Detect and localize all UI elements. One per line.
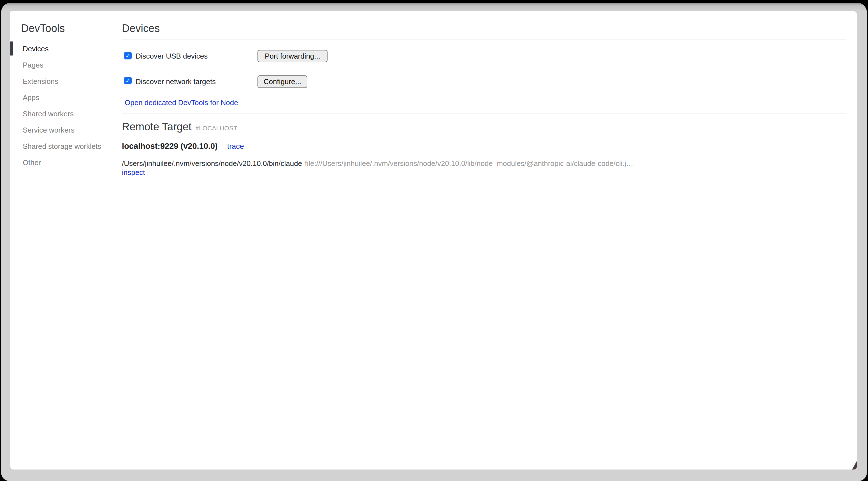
- discover-usb-checkbox[interactable]: ✓: [124, 52, 132, 59]
- target-name: localhost:9229 (v20.10.0): [122, 142, 218, 151]
- window-frame: DevTools Devices Pages Extensions Apps S…: [1, 3, 867, 481]
- target-process-path: /Users/jinhuilee/.nvm/versions/node/v20.…: [122, 159, 302, 168]
- sidebar-item-apps[interactable]: Apps: [23, 89, 101, 106]
- devices-heading: Devices: [122, 23, 160, 34]
- remote-target-title: Remote Target: [122, 121, 192, 132]
- sidebar-item-service-workers[interactable]: Service workers: [23, 122, 101, 138]
- sidebar-item-pages[interactable]: Pages: [23, 57, 101, 73]
- section-divider: [122, 39, 846, 40]
- port-forwarding-button[interactable]: Port forwarding...: [257, 50, 328, 62]
- discover-usb-label: Discover USB devices: [135, 52, 208, 60]
- sidebar-item-extensions[interactable]: Extensions: [23, 73, 101, 89]
- checkmark-icon: ✓: [126, 53, 130, 59]
- target-row: localhost:9229 (v20.10.0)trace: [122, 142, 244, 151]
- inspect-link[interactable]: inspect: [122, 168, 145, 177]
- target-path-row: /Users/jinhuilee/.nvm/versions/node/v20.…: [122, 159, 633, 168]
- sidebar-item-other[interactable]: Other: [23, 154, 101, 171]
- configure-button[interactable]: Configure...: [257, 76, 307, 88]
- section-divider: [122, 114, 846, 114]
- cursor-pointer: [852, 461, 857, 470]
- target-file-url: file:///Users/jinhuilee/.nvm/versions/no…: [305, 159, 633, 168]
- discover-network-label: Discover network targets: [135, 78, 216, 86]
- checkmark-icon: ✓: [126, 78, 130, 84]
- active-item-indicator: [10, 41, 13, 56]
- window-content: DevTools Devices Pages Extensions Apps S…: [10, 11, 857, 470]
- localhost-tag: #LOCALHOST: [195, 125, 238, 132]
- sidebar-item-devices[interactable]: Devices: [23, 41, 101, 57]
- sidebar-title: DevTools: [21, 23, 65, 34]
- sidebar-item-shared-storage-worklets[interactable]: Shared storage worklets: [23, 138, 101, 154]
- discover-network-checkbox[interactable]: ✓: [124, 77, 132, 84]
- trace-link[interactable]: trace: [227, 142, 244, 151]
- open-node-devtools-link[interactable]: Open dedicated DevTools for Node: [125, 98, 238, 107]
- remote-target-heading: Remote Target#LOCALHOST: [122, 121, 237, 134]
- screen-background: DevTools Devices Pages Extensions Apps S…: [0, 0, 868, 481]
- sidebar-item-shared-workers[interactable]: Shared workers: [23, 106, 101, 122]
- sidebar-nav: Devices Pages Extensions Apps Shared wor…: [23, 41, 101, 171]
